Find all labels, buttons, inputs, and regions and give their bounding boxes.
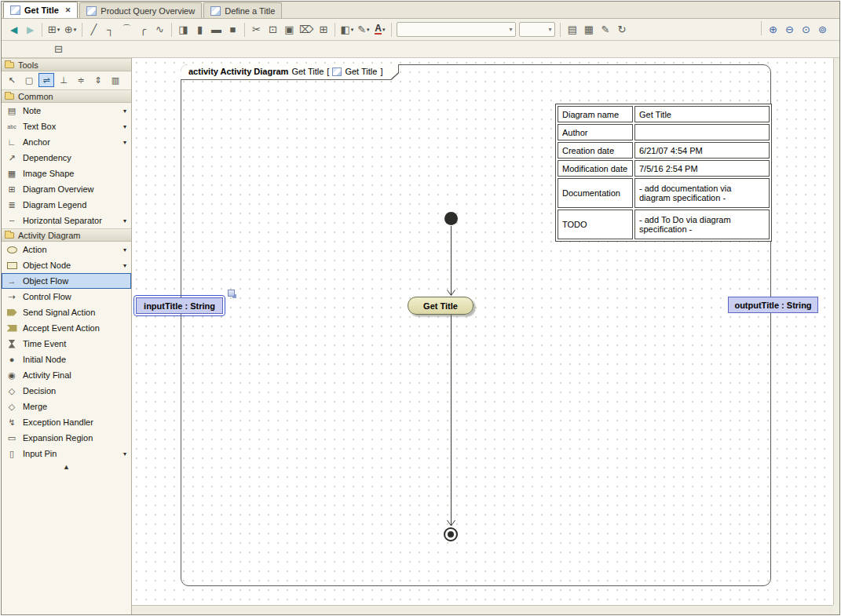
resize-tool-icon[interactable]: ⇕ <box>90 73 106 87</box>
palette-item-time-event[interactable]: Time Event <box>2 336 131 352</box>
forward-button[interactable]: ▶ <box>22 21 38 38</box>
horizontal-scrollbar[interactable] <box>132 605 833 615</box>
refresh-button[interactable]: ↻ <box>613 21 630 38</box>
activity-final-node[interactable] <box>444 527 458 541</box>
tab-product-query-overview[interactable]: Product Query Overview <box>79 2 202 18</box>
frame-diagram-name: Get Title <box>291 67 324 76</box>
fill-color-button[interactable]: ◧▾ <box>338 21 355 38</box>
distribute-tool-icon[interactable]: ≑ <box>73 73 89 87</box>
font-color-button[interactable]: A▾ <box>371 21 388 38</box>
palette-item-diagram-legend[interactable]: ≣ Diagram Legend <box>2 197 131 213</box>
pointer-tool-icon[interactable]: ↖ <box>4 73 20 87</box>
add-element-button[interactable]: ⊕▾ <box>62 21 79 38</box>
containment-tree-button[interactable]: ⊟ <box>50 41 67 57</box>
initial-node[interactable] <box>444 212 458 225</box>
related-elements-button[interactable]: ⊞▾ <box>46 21 62 38</box>
palette-item-initial-node[interactable]: ● Initial Node <box>2 352 131 367</box>
stereotype-combobox[interactable]: ▾ <box>397 22 516 37</box>
palette-item-label: Horizontal Separator <box>23 216 102 225</box>
path-style-bezier-button[interactable]: ∿ <box>152 21 168 38</box>
quick-link-tool-icon[interactable]: ⇌ <box>38 73 54 87</box>
palette-item-diagram-overview[interactable]: ⊞ Diagram Overview <box>2 181 131 197</box>
layout-tool-icon[interactable]: ▥ <box>108 73 123 87</box>
smart-manipulator-icon[interactable] <box>228 290 235 297</box>
back-button[interactable]: ◀ <box>5 21 22 38</box>
delete-button[interactable]: ⌦ <box>298 21 315 38</box>
palette-item-activity-final[interactable]: ◉ Activity Final <box>2 367 131 383</box>
zoom-combobox[interactable]: ▾ <box>519 22 555 37</box>
close-icon[interactable]: ✕ <box>65 6 71 14</box>
info-key: Author <box>558 124 633 140</box>
tab-get-title[interactable]: Get Title ✕ <box>3 2 78 18</box>
chevron-down-icon[interactable]: ▾ <box>123 123 126 130</box>
align-tool-icon[interactable]: ⊥ <box>56 73 71 87</box>
marquee-tool-icon[interactable]: ▢ <box>21 73 37 87</box>
path-style-oblique-button[interactable]: ╱ <box>86 21 102 38</box>
chevron-down-icon[interactable]: ▾ <box>123 246 126 253</box>
palette-item-expansion-region[interactable]: ▭ Expansion Region <box>2 430 131 446</box>
same-size-button[interactable]: ■ <box>225 21 241 38</box>
chevron-down-icon[interactable]: ▾ <box>123 108 126 115</box>
palette-item-input-pin[interactable]: ▯ Input Pin ▾ <box>2 446 131 461</box>
palette-item-control-flow[interactable]: ⇢ Control Flow <box>2 289 131 304</box>
palette-item-horizontal-separator[interactable]: ┄ Horizontal Separator ▾ <box>2 213 131 228</box>
same-height-button[interactable]: ▮ <box>192 21 208 38</box>
palette-item-accept-event-action[interactable]: Accept Event Action <box>2 320 131 336</box>
input-parameter-node[interactable]: inputTitle : String <box>136 297 223 314</box>
action-node[interactable]: Get Title <box>408 297 474 315</box>
insert-table-button[interactable]: ▦ <box>580 21 597 38</box>
chevron-down-icon[interactable]: ▾ <box>123 217 126 224</box>
palette-item-image-shape[interactable]: ▦ Image Shape <box>2 166 131 181</box>
duplicate-button[interactable]: ⊞ <box>315 21 331 38</box>
paste-button[interactable]: ▣ <box>281 21 298 38</box>
palette-section-activity-diagram[interactable]: Activity Diagram <box>2 228 131 242</box>
frame-title[interactable]: activity Activity Diagram Get Title [ Ge… <box>181 64 399 80</box>
chevron-down-icon[interactable]: ▾ <box>123 262 126 269</box>
palette-item-anchor[interactable]: ∟ Anchor ▾ <box>2 134 131 150</box>
insert-diagram-icon: ▤ <box>568 24 577 35</box>
palette-item-object-flow[interactable]: → Object Flow <box>2 273 131 289</box>
vertical-scrollbar[interactable] <box>833 58 840 605</box>
zoom-in-button[interactable]: ⊕ <box>765 21 781 38</box>
output-parameter-node[interactable]: outputTitle : String <box>728 297 818 313</box>
palette-item-merge[interactable]: ◇ Merge <box>2 399 131 414</box>
chevron-down-icon[interactable]: ▾ <box>123 139 126 146</box>
palette-item-note[interactable]: ▤ Note ▾ <box>2 103 131 118</box>
path-style-rounded-button[interactable]: ╭ <box>135 21 152 38</box>
diagram-canvas[interactable]: activity Activity Diagram Get Title [ Ge… <box>132 58 833 605</box>
dependency-icon: ↗ <box>5 154 18 162</box>
tab-define-a-title[interactable]: Define a Title <box>203 2 282 18</box>
palette-section-common[interactable]: Common <box>2 89 131 103</box>
chevron-down-icon[interactable]: ▾ <box>123 450 126 457</box>
same-width-button[interactable]: ▬ <box>208 21 225 38</box>
zoom-original-button[interactable]: ⊚ <box>814 21 831 38</box>
diagram-info-table[interactable]: Diagram name Get Title Author Creation d… <box>555 104 772 242</box>
fill-color-icon: ◧ <box>340 24 349 35</box>
anchor-icon: ∟ <box>5 138 18 147</box>
line-color-button[interactable]: ✎▾ <box>355 21 371 38</box>
cut-button[interactable]: ✂ <box>248 21 265 38</box>
info-key: Diagram name <box>558 106 633 122</box>
insert-diagram-button[interactable]: ▤ <box>564 21 580 38</box>
path-oblique-icon: ╱ <box>91 24 97 35</box>
zoom-fit-button[interactable]: ⊙ <box>798 21 814 38</box>
palette-item-send-signal-action[interactable]: Send Signal Action <box>2 304 131 320</box>
zoom-out-button[interactable]: ⊖ <box>781 21 798 38</box>
edit-button[interactable]: ✎ <box>597 21 613 38</box>
palette-item-dependency[interactable]: ↗ Dependency <box>2 150 131 166</box>
copy-button[interactable]: ⊡ <box>265 21 281 38</box>
palette-section-tools[interactable]: Tools <box>2 58 131 71</box>
palette-item-object-node[interactable]: Object Node ▾ <box>2 257 131 273</box>
palette-item-decision[interactable]: ◇ Decision <box>2 383 131 399</box>
path-style-curved-button[interactable]: ⌒ <box>119 21 135 38</box>
palette-collapse-button[interactable]: ▲ <box>2 461 131 473</box>
path-style-rectilinear-button[interactable]: ┐ <box>102 21 119 38</box>
activity-diagram-icon <box>10 5 20 15</box>
palette-item-text-box[interactable]: abc Text Box ▾ <box>2 118 131 134</box>
info-key: TODO <box>558 210 633 239</box>
palette-item-exception-handler[interactable]: ↯ Exception Handler <box>2 414 131 430</box>
align-button[interactable]: ◨ <box>175 21 192 38</box>
palette-item-label: Time Event <box>23 339 66 348</box>
chevron-down-icon: ▾ <box>382 27 386 33</box>
palette-item-action[interactable]: Action ▾ <box>2 242 131 257</box>
